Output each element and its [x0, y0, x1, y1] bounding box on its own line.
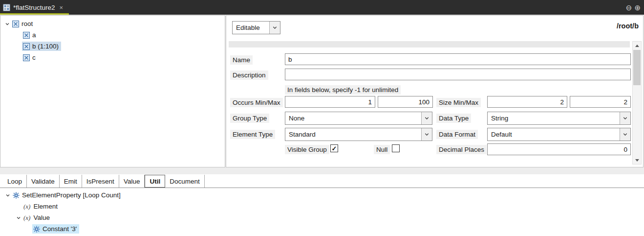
- element-icon: [23, 43, 30, 50]
- chevron-down-icon[interactable]: [620, 112, 630, 124]
- name-input[interactable]: [285, 53, 631, 65]
- group-type-dropdown[interactable]: None: [285, 112, 432, 125]
- structure-editor-icon: [3, 4, 10, 11]
- editable-mode-dropdown[interactable]: Editable: [232, 21, 280, 34]
- application-window: *flatStructure2 × ⊖ ⊕ root: [0, 0, 644, 236]
- occurs-min-max-label: Occurs Min/Max: [230, 98, 283, 107]
- group-type-label: Group Type: [230, 114, 269, 123]
- close-icon[interactable]: ×: [60, 4, 64, 11]
- chevron-down-icon[interactable]: [421, 112, 432, 124]
- selected-rule-item[interactable]: Constant '3': [32, 224, 79, 234]
- rule-item-label: Element: [33, 203, 58, 210]
- tree-item-a[interactable]: a: [0, 29, 225, 41]
- tree-item-label: b (1:100): [32, 43, 59, 50]
- element-type-label: Element Type: [230, 130, 275, 139]
- variable-icon: (x): [23, 214, 30, 222]
- rule-item-element[interactable]: (x) Element: [0, 201, 644, 212]
- tab-validate[interactable]: Validate: [27, 175, 60, 188]
- rules-panel: Loop Validate Emit IsPresent Value Util …: [0, 168, 644, 236]
- chevron-down-icon[interactable]: [3, 22, 11, 26]
- check-icon: ✓: [332, 145, 337, 152]
- chevron-down-icon[interactable]: [421, 128, 432, 141]
- dropdown-value: Editable: [236, 22, 260, 34]
- rule-item-label: SetElementProperty [Loop Count]: [22, 191, 121, 199]
- tree-item-label: c: [32, 54, 36, 61]
- editor-tab-bar: *flatStructure2 × ⊖ ⊕: [0, 0, 644, 15]
- rule-tree: SetElementProperty [Loop Count] (x) Elem…: [0, 189, 644, 236]
- properties-panel: Editable /root/b Name Description In fie…: [226, 15, 644, 167]
- decimal-places-input[interactable]: [487, 143, 631, 155]
- description-input[interactable]: [285, 69, 631, 80]
- editor-tab-flatstructure2[interactable]: *flatStructure2 ×: [0, 0, 69, 15]
- element-type-dropdown[interactable]: Standard: [285, 128, 432, 141]
- description-label: Description: [230, 71, 268, 80]
- tree-item-label: root: [21, 20, 33, 27]
- tab-emit[interactable]: Emit: [60, 175, 82, 188]
- decimal-places-label: Decimal Places: [436, 145, 487, 154]
- minimize-icon[interactable]: ⊖: [626, 4, 632, 11]
- scroll-up-icon[interactable]: [633, 42, 641, 49]
- tree-item-root[interactable]: root: [0, 18, 225, 29]
- tab-util[interactable]: Util: [145, 175, 165, 188]
- variable-icon: (x): [23, 203, 30, 211]
- chevron-down-icon[interactable]: [269, 22, 280, 34]
- data-format-dropdown[interactable]: Default: [487, 128, 631, 141]
- rules-panel-body: Loop Validate Emit IsPresent Value Util …: [0, 174, 644, 236]
- null-checkbox[interactable]: [392, 144, 400, 152]
- chevron-down-icon[interactable]: [15, 215, 22, 220]
- rule-item-value[interactable]: (x) Value: [0, 212, 644, 223]
- chevron-down-icon[interactable]: [620, 128, 630, 141]
- null-label: Null: [374, 145, 390, 154]
- tree-item-label: a: [32, 31, 36, 39]
- dropdown-value: None: [289, 112, 304, 124]
- scroll-down-icon[interactable]: [633, 156, 641, 164]
- rule-item-setelementproperty[interactable]: SetElementProperty [Loop Count]: [0, 189, 644, 201]
- maximize-icon[interactable]: ⊕: [634, 4, 641, 11]
- element-icon: [23, 32, 30, 39]
- tab-loop[interactable]: Loop: [3, 175, 27, 188]
- data-type-label: Data Type: [436, 114, 471, 123]
- tree-item-c[interactable]: c: [0, 52, 225, 63]
- dropdown-value: Default: [491, 128, 512, 141]
- size-min-input[interactable]: [487, 96, 567, 108]
- tab-ispresent[interactable]: IsPresent: [82, 175, 119, 188]
- function-icon: [13, 192, 20, 199]
- function-icon: [33, 226, 40, 233]
- size-max-input[interactable]: [570, 96, 631, 108]
- occurs-min-input[interactable]: [285, 96, 375, 108]
- rule-item-constant[interactable]: Constant '3': [0, 223, 644, 235]
- data-format-label: Data Format: [436, 130, 478, 139]
- dropdown-value: String: [491, 112, 508, 124]
- size-min-max-label: Size Min/Max: [436, 98, 481, 107]
- rule-item-label: Value: [33, 214, 50, 221]
- occurs-max-input[interactable]: [378, 96, 433, 108]
- section-strip: [229, 41, 630, 47]
- data-type-dropdown[interactable]: String: [487, 112, 631, 125]
- editor-tab-title: *flatStructure2: [13, 4, 55, 11]
- name-label: Name: [230, 55, 253, 65]
- tab-bar-divider: [0, 188, 644, 188]
- rule-tab-bar: Loop Validate Emit IsPresent Value Util …: [3, 175, 205, 188]
- tab-value[interactable]: Value: [119, 175, 145, 188]
- visible-group-label: Visible Group: [285, 145, 329, 154]
- tab-document[interactable]: Document: [165, 175, 205, 188]
- dropdown-value: Standard: [289, 128, 316, 141]
- scrollbar-thumb[interactable]: [633, 50, 641, 85]
- selected-tree-item[interactable]: b (1:100): [22, 42, 61, 51]
- chevron-down-icon[interactable]: [4, 193, 12, 198]
- element-path: /root/b: [617, 22, 639, 30]
- tree-item-b[interactable]: b (1:100): [0, 41, 225, 52]
- structure-tree-panel: root a b (1:100): [0, 15, 225, 167]
- rule-item-label: Constant '3': [43, 225, 77, 233]
- unlimited-hint-text: In fields below, specify -1 for unlimite…: [285, 85, 401, 94]
- element-icon: [23, 54, 30, 61]
- view-controls: ⊖ ⊕: [626, 0, 641, 15]
- element-icon: [12, 21, 19, 27]
- active-tab-underline: [0, 13, 69, 15]
- vertical-scrollbar[interactable]: [632, 41, 642, 165]
- visible-group-checkbox[interactable]: ✓: [330, 144, 338, 152]
